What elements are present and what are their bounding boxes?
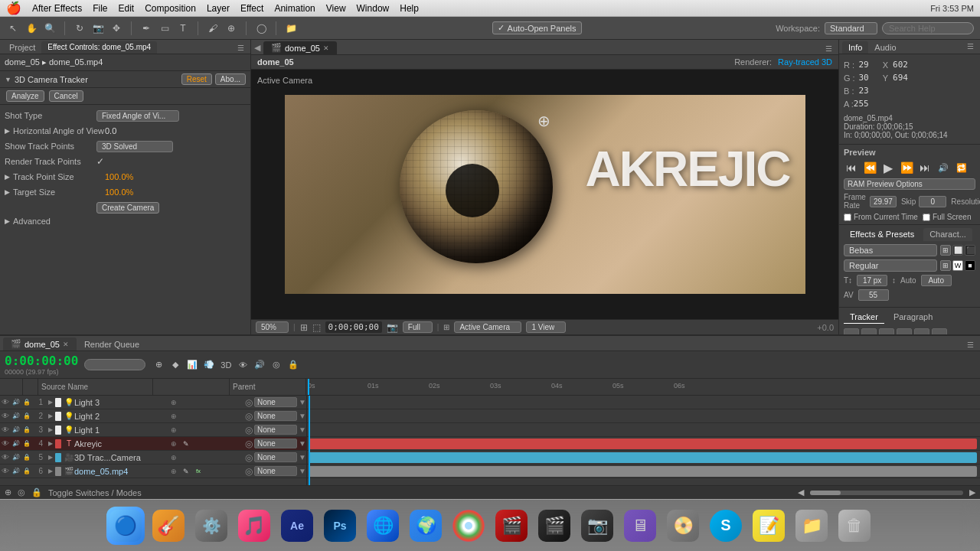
pan-tool[interactable]: ✥ xyxy=(109,21,123,35)
dock-ps[interactable]: Ps xyxy=(321,507,359,545)
tl-menu-btn[interactable]: ☰ xyxy=(967,341,974,349)
comp-timecode[interactable]: 0;00;00;00 xyxy=(325,321,382,333)
roto-tool[interactable]: ◯ xyxy=(254,21,268,35)
scroll-left[interactable]: ◀ xyxy=(798,487,804,497)
tl-graph-editor[interactable]: 📊 xyxy=(185,358,199,372)
tl-lock[interactable]: 🔒 xyxy=(286,358,300,372)
layer-6-expand[interactable]: ▶ xyxy=(46,468,55,474)
layer-5-lock[interactable]: 🔒 xyxy=(21,454,32,461)
style-icon-2[interactable]: W xyxy=(952,260,963,271)
metrics-val[interactable]: 55 xyxy=(858,289,889,301)
search-help-input[interactable] xyxy=(882,22,974,34)
effects-presets-tab[interactable]: Effects & Presets xyxy=(844,228,920,241)
align-force-justify[interactable]: ≡ xyxy=(932,328,947,334)
dock-ae[interactable]: Ae xyxy=(278,507,316,545)
full-screen-check[interactable]: Full Screen xyxy=(923,213,972,221)
auto-val[interactable]: Auto xyxy=(921,275,952,286)
grid-icon[interactable]: ⊞ xyxy=(443,323,449,331)
comp-nav-prev[interactable]: ◀ xyxy=(254,43,260,53)
tl-tab-close[interactable]: ✕ xyxy=(63,341,69,348)
analyze-button[interactable]: Analyze xyxy=(6,90,44,102)
horiz-twirly[interactable]: ▶ xyxy=(5,127,10,135)
layer-1-expand[interactable]: ▶ xyxy=(46,399,55,406)
l3-sw1[interactable]: ⊕ xyxy=(168,425,179,435)
layer-3-parent-select[interactable]: None xyxy=(254,425,297,435)
target-size-value[interactable]: 100.0% xyxy=(105,187,133,197)
prev-last-btn[interactable]: ⏭ xyxy=(917,160,933,175)
apple-menu[interactable]: 🍎 xyxy=(6,1,21,15)
layer-3-name[interactable]: Light 1 xyxy=(74,425,168,435)
layer-3-expand[interactable]: ▶ xyxy=(46,426,55,433)
menu-help[interactable]: Help xyxy=(400,3,419,14)
from-current-checkbox[interactable] xyxy=(844,214,851,221)
info-menu-btn[interactable]: ☰ xyxy=(967,42,974,51)
character-tab[interactable]: Charact... xyxy=(923,228,972,241)
style-select[interactable]: Regular xyxy=(844,259,937,272)
align-justify-all[interactable]: ≡ xyxy=(914,328,929,334)
track-size-value[interactable]: 100.0% xyxy=(105,172,133,181)
twirly-effect[interactable]: ▼ xyxy=(5,76,11,83)
advanced-twirly[interactable]: ▶ xyxy=(5,217,10,225)
full-screen-checkbox[interactable] xyxy=(923,214,930,221)
l5-sw1[interactable]: ⊕ xyxy=(168,452,179,463)
rotation-tool[interactable]: ↻ xyxy=(73,21,87,35)
dock-network[interactable]: 🌐 xyxy=(364,507,402,545)
layer-4-vis[interactable]: 👁 xyxy=(0,439,11,448)
font-icon-2[interactable]: ⬜ xyxy=(952,245,963,256)
folder-icon[interactable]: 📁 xyxy=(284,21,298,35)
render-track-check[interactable]: ✓ xyxy=(96,156,104,167)
panel-menu-btn[interactable]: ☰ xyxy=(237,44,244,52)
menu-layer[interactable]: Layer xyxy=(207,3,230,14)
advanced-section[interactable]: ▶ Advanced xyxy=(0,215,250,227)
align-justify[interactable]: ≡ xyxy=(897,328,912,334)
l1-sw1[interactable]: ⊕ xyxy=(168,397,179,408)
layer-1-parent-select[interactable]: None xyxy=(254,397,297,407)
dock-skype[interactable]: S xyxy=(707,507,745,545)
dock-finder[interactable]: 🔵 xyxy=(106,507,145,545)
quality-select[interactable]: Full xyxy=(403,321,433,333)
menu-window[interactable]: Window xyxy=(357,3,390,14)
grid-btn[interactable]: ⊞ xyxy=(300,322,308,333)
layer-2-lock[interactable]: 🔒 xyxy=(21,412,32,419)
dock-syspref[interactable]: ⚙️ xyxy=(192,507,230,545)
layer-2-vis[interactable]: 👁 xyxy=(0,412,11,420)
l6-sw-pencil[interactable]: ✎ xyxy=(181,466,191,477)
font-select[interactable]: Bebas xyxy=(844,244,937,256)
font-icon-1[interactable]: ⊞ xyxy=(940,245,951,256)
l6-sw1[interactable]: ⊕ xyxy=(168,466,179,477)
menu-animation[interactable]: Animation xyxy=(274,3,315,14)
view-select[interactable]: Active Camera xyxy=(454,321,521,333)
frame-rate-val[interactable]: 29.97 xyxy=(870,196,897,207)
dock-trash[interactable]: 🗑 xyxy=(835,507,874,545)
align-left[interactable]: ≡ xyxy=(844,328,859,334)
skip-val[interactable]: 0 xyxy=(919,196,946,207)
layer-6-name[interactable]: dome_05.mp4 xyxy=(74,467,168,476)
menu-composition[interactable]: Composition xyxy=(145,3,196,14)
style-icon-1[interactable]: ⊞ xyxy=(940,260,951,271)
l6-sw-fx[interactable]: fx xyxy=(193,466,204,477)
prev-loop-btn[interactable]: 🔁 xyxy=(954,160,969,175)
menu-ae[interactable]: After Effects xyxy=(32,3,82,14)
composition-tab[interactable]: 🎬 dome_05 ✕ xyxy=(263,41,337,54)
layer-4-audio[interactable]: 🔊 xyxy=(11,440,21,447)
info-tab[interactable]: Info xyxy=(842,41,868,54)
cancel-button[interactable]: Cancel xyxy=(49,90,83,102)
time-display[interactable]: 0:00:00:00 xyxy=(5,354,78,368)
align-right[interactable]: ≡ xyxy=(879,328,894,334)
prev-play-btn[interactable]: ▶ xyxy=(880,160,896,175)
clone-tool[interactable]: ⊕ xyxy=(224,21,238,35)
track-size-twirly[interactable]: ▶ xyxy=(5,173,10,181)
pen-tool[interactable]: ✒ xyxy=(139,21,153,35)
menu-file[interactable]: File xyxy=(93,3,107,14)
layer-6-lock[interactable]: 🔒 xyxy=(21,468,32,474)
menu-effect[interactable]: Effect xyxy=(240,3,263,14)
layer-5-expand[interactable]: ▶ xyxy=(46,454,55,461)
layer-row-6[interactable]: 👁 🔊 🔒 6 ▶ 🎬 dome_05.mp4 ⊕ ✎ fx ◎ xyxy=(0,465,306,478)
prev-prev-btn[interactable]: ⏪ xyxy=(862,160,877,175)
prev-first-btn[interactable]: ⏮ xyxy=(844,160,859,175)
layer-4-lock[interactable]: 🔒 xyxy=(21,440,32,447)
dock-dvd[interactable]: 🎬 xyxy=(492,507,531,545)
text-tool[interactable]: T xyxy=(176,21,190,35)
solo-btn[interactable]: ◎ xyxy=(18,487,25,497)
layer-4-expand[interactable]: ▶ xyxy=(46,440,55,447)
